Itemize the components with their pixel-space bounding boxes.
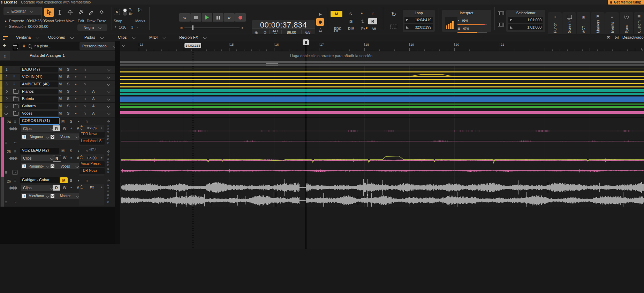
global-record-mode-button[interactable]: R <box>368 18 377 24</box>
mute-button[interactable]: M <box>59 97 62 101</box>
track-name-editing[interactable]: COROS LR (31) <box>20 117 60 125</box>
lanes-icon[interactable]: ≡ <box>5 140 7 145</box>
mute-button[interactable]: M <box>59 67 62 71</box>
solo-button[interactable]: S <box>70 119 72 123</box>
clip-pianos[interactable] <box>120 93 644 95</box>
add-track-button[interactable]: + <box>3 43 6 49</box>
mute-button[interactable]: M <box>59 82 62 86</box>
read-automation-button[interactable]: R <box>53 185 60 191</box>
global-arm-icon[interactable]: ● <box>361 11 363 15</box>
menu-opciones[interactable]: Opciones <box>48 35 73 39</box>
pdc-button[interactable]: PDC <box>334 27 341 31</box>
monitor-button[interactable]: ∩ <box>85 119 89 124</box>
lanes-icon[interactable]: ≡ <box>5 200 7 205</box>
get-membership-button[interactable]: ♛ Get Membership <box>608 0 644 5</box>
mute-button-active[interactable]: M <box>60 177 68 183</box>
playhead-handle[interactable] <box>303 39 309 45</box>
arranger-track-name[interactable]: Pista del Arranger 1 <box>30 53 65 57</box>
star-button[interactable]: * <box>70 127 72 131</box>
track-block-gabigar[interactable]: 26 ⠿ Gabigar - Cobar M S ● ∩ ◆◆◆ Clips R… <box>0 177 115 207</box>
star-button[interactable]: * <box>70 186 72 190</box>
goto-track-searchbox[interactable]: ♛ Ir a pista... <box>20 42 82 50</box>
rewind-button[interactable]: « <box>179 13 190 22</box>
arranger-lane[interactable]: Haga doble clic o arrastre para añadir l… <box>115 51 644 61</box>
exclusive-solo-icon[interactable] <box>360 19 365 23</box>
automation-button[interactable]: A <box>92 97 95 101</box>
input-dropdown[interactable]: I -Ninguno- <box>21 133 50 140</box>
automation-button[interactable]: A <box>92 89 95 93</box>
solo-button[interactable]: S <box>70 178 72 183</box>
selection-to-field[interactable]: 1:01:000 <box>508 24 543 30</box>
solo-button[interactable]: S <box>70 149 72 153</box>
fx-plugin[interactable]: Lead Vocal S <box>79 139 105 145</box>
layout-preset-dropdown[interactable]: Personalizado <box>79 42 119 50</box>
clip-guitarra[interactable] <box>120 106 644 108</box>
track-name[interactable]: VOZ LEAD (42) <box>20 148 59 154</box>
monitor-button[interactable]: ∩ <box>83 96 86 101</box>
add-fx-button[interactable]: + <box>100 156 103 160</box>
pause-button[interactable] <box>213 13 223 22</box>
module-act[interactable]: ▣ ACT <box>577 12 590 37</box>
menu-midi[interactable]: MIDI <box>149 35 166 39</box>
solo-button[interactable]: S <box>67 75 69 79</box>
read-automation-button[interactable]: R <box>53 155 61 162</box>
mute-button[interactable]: M <box>59 104 62 108</box>
fx-rack[interactable]: FX + <box>79 184 104 206</box>
mute-button[interactable]: M <box>61 149 65 153</box>
loop-start-field[interactable]: 16:04:419 <box>404 17 433 23</box>
arm-button[interactable]: ● <box>75 90 77 93</box>
track-block-coros[interactable]: 24 ⠿ COROS LR (31) M S ● ∩ ◆◆◆ Clips R W… <box>0 117 115 147</box>
drag-grid-icon[interactable]: ⠿ <box>13 75 15 78</box>
fx-plugin[interactable]: TDR Nova <box>79 168 105 174</box>
clip-bajo[interactable] <box>120 69 644 69</box>
record-button[interactable] <box>235 13 246 22</box>
fx-plugin[interactable]: Vocal Preset <box>79 161 105 167</box>
track-name[interactable]: Gabigar - Cobar <box>20 177 59 183</box>
clip-violin[interactable] <box>120 79 644 80</box>
px-button[interactable]: Px♛ <box>361 27 368 31</box>
tool-select-button[interactable] <box>55 8 65 17</box>
fx-power-icon[interactable] <box>80 156 83 159</box>
fx-power-icon[interactable] <box>80 126 83 130</box>
project-time-row[interactable]: ● Proyecto 00:03:23:05 <box>5 19 47 23</box>
solo-button[interactable]: S <box>67 89 69 93</box>
metronome-icon[interactable]: △ <box>319 27 322 32</box>
monitor-button[interactable]: ∩ <box>83 103 86 108</box>
scrub-handle[interactable] <box>192 25 194 30</box>
solo-button[interactable]: S <box>67 111 69 115</box>
folder-name[interactable]: Voces <box>20 111 58 116</box>
mute-button[interactable]: M <box>59 89 62 93</box>
marks-flag-icon[interactable]: ⚐ <box>137 7 142 14</box>
module-punch[interactable]: I·I Punch <box>548 12 562 37</box>
arranger-track-header[interactable]: ♫ Pista del Arranger 1 <box>0 51 115 61</box>
tool-erase-button[interactable] <box>97 8 106 17</box>
snap-to-by-toggle[interactable] <box>123 8 127 16</box>
monitor-button[interactable]: ∩ <box>83 74 86 79</box>
folder-name[interactable]: Pianos <box>20 89 58 94</box>
tool-smart-button[interactable] <box>44 8 54 17</box>
arm-button[interactable]: ● <box>75 83 77 86</box>
select-to-ruler-icon[interactable] <box>498 23 504 26</box>
monitor-button[interactable]: ∩ <box>83 89 86 94</box>
automation-button[interactable]: A <box>92 104 95 108</box>
panel-divider[interactable] <box>115 41 120 249</box>
drag-grid-icon[interactable]: ⠿ <box>14 120 16 124</box>
tool-move-button[interactable] <box>65 8 75 17</box>
solo-dim-button[interactable]: [S] <box>349 20 353 23</box>
clip-violin[interactable] <box>120 76 644 77</box>
clip-pianos[interactable] <box>120 89 644 92</box>
module-sync[interactable]: Sync <box>620 12 633 37</box>
arm-button[interactable]: ● <box>75 97 77 100</box>
scrubber[interactable]: |◀ ▶| <box>180 26 244 29</box>
collapsed-bus-bar[interactable] <box>116 64 644 66</box>
monitor-button[interactable]: ∩ <box>83 111 86 116</box>
scrub-track[interactable] <box>184 28 240 28</box>
arm-button[interactable]: ● <box>75 112 77 115</box>
clips-mode-dropdown[interactable]: Clips <box>21 185 55 191</box>
tool-draw-button[interactable] <box>86 8 96 17</box>
output-dropdown[interactable]: O Voces <box>49 163 80 169</box>
output-dropdown[interactable]: O Voces <box>49 133 80 140</box>
menu-clips[interactable]: Clips <box>118 35 135 39</box>
global-mute-button[interactable]: M <box>331 11 342 17</box>
monitor-button[interactable]: ∩ <box>85 148 89 153</box>
